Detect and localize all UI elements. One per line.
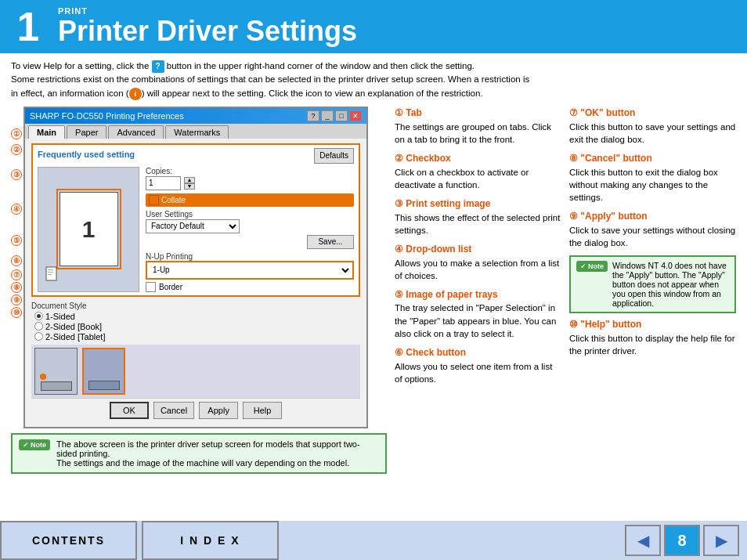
radio-1sided-btn[interactable] [34,312,43,320]
collate-checkbox-row: ✓ Collate [146,193,354,207]
maximize-btn[interactable]: □ [335,110,348,121]
tray-dot [40,374,46,380]
copies-down[interactable]: ▼ [184,183,195,190]
defaults-button[interactable]: Defaults [314,148,354,164]
user-settings-select[interactable]: Factory Default [146,219,240,233]
tab-watermarks[interactable]: Watermarks [165,125,229,139]
note-box-right: ✓Note Windows NT 4.0 does not have the "… [569,255,736,313]
footer-contents-btn[interactable]: CONTENTS [0,521,137,560]
tray-slot-2 [88,381,120,390]
main-content: To view Help for a setting, click the ? … [0,53,747,479]
copies-input[interactable] [146,176,181,190]
tab-main[interactable]: Main [28,125,65,139]
border-label: Border [159,283,182,291]
svg-rect-0 [46,267,56,280]
item-dropdown-desc: Allows you to make a selection from a li… [395,257,561,282]
preview-paper: 1 [60,192,118,266]
side-num-8: ⑧ [11,282,22,293]
note-text-main: The above screen is the printer driver s… [56,439,379,468]
collate-checkbox[interactable]: ✓ [149,195,159,205]
chapter-number: 1 [9,6,47,47]
dialog-title: SHARP FO-DC550 Printing Preferences [30,111,184,121]
titlebar-buttons: ? _ □ ✕ [307,110,362,121]
tray-slot [41,381,72,391]
item-check-button: ⑥ Check button Allows you to select one … [395,346,561,385]
save-button[interactable]: Save... [307,235,354,249]
side-num-9: ⑨ [11,294,22,305]
doc-style-section: Document Style 1-Sided 2-Sided [Book] [31,302,360,341]
minimize-btn[interactable]: _ [321,110,334,121]
side-num-3: ③ [11,169,22,180]
item-tab-label: ① Tab [395,107,422,118]
dialog-wrapper: ① ② ③ ④ ⑤ ⑥ ⑦ ⑧ ⑨ ⑩ SHARP FO-DC550 Print… [11,107,387,428]
radio-2sided-book-label: 2-Sided [Book] [45,322,102,331]
footer: CONTENTS I N D E X ◀ 8 ▶ [0,521,747,560]
nup-label: N-Up Printing [146,252,354,261]
close-btn[interactable]: ✕ [349,110,362,121]
nup-select[interactable]: 1-Up 2-Up 4-Up [148,263,352,277]
svg-rect-3 [48,274,52,275]
dialog-tabs: Main Paper Advanced Watermarks [25,124,366,139]
item-apply-label: ⑨ "Apply" button [569,211,648,222]
item-print-setting-desc: This shows the effect of the selected pr… [395,211,561,237]
right-right-col: ⑦ "OK" button Click this button to save … [569,107,736,474]
printer-tray-1[interactable] [34,348,78,395]
preview-orange-border [56,189,121,269]
side-num-1: ① [11,128,22,139]
radio-group: 1-Sided 2-Sided [Book] 2-Sided [Tablet] [31,312,360,341]
help-icon: ? [152,60,164,73]
page-number: 8 [664,525,700,556]
note-badge-right: ✓Note [576,261,608,272]
item-checkbox: ② Checkbox Click on a checkbox to activa… [395,152,561,191]
page-title: Printer Driver Settings [58,16,357,47]
two-col-layout: ① ② ③ ④ ⑤ ⑥ ⑦ ⑧ ⑨ ⑩ SHARP FO-DC550 Print… [11,107,736,474]
dialog-buttons: OK Cancel Apply Help [31,398,360,422]
item-paper-trays-desc: The tray selected in "Paper Selection" i… [395,302,561,339]
collate-label: Collate [161,196,186,204]
footer-index-btn[interactable]: I N D E X [142,521,279,560]
help-titlebar-btn[interactable]: ? [307,110,319,121]
info-icon: i [129,88,142,100]
item-tab-desc: The settings are grouped on tabs. Click … [395,121,561,146]
radio-1sided: 1-Sided [34,312,360,321]
radio-2sided-book-btn[interactable] [34,322,43,331]
item-help-desc: Click this button to display the help fi… [569,332,736,357]
apply-button[interactable]: Apply [199,402,238,419]
note-box-main: ✓Note The above screen is the printer dr… [11,433,387,474]
item-apply: ⑨ "Apply" button Click to save your sett… [569,210,736,249]
border-row: Border [146,282,354,292]
next-page-btn[interactable]: ▶ [703,525,739,556]
note-check-icon-right: ✓ [580,262,586,270]
freq-section: Frequently used setting Defaults 1 [31,143,360,297]
print-preview-area: 1 [38,167,139,292]
doc-style-label: Document Style [31,302,360,310]
radio-1sided-label: 1-Sided [45,312,75,321]
tab-advanced[interactable]: Advanced [108,125,164,139]
item-cancel: ⑧ "Cancel" button Click this button to e… [569,152,736,204]
item-apply-desc: Click to save your settings without clos… [569,224,736,249]
item-ok-desc: Click this button to save your settings … [569,121,736,146]
dialog-titlebar: SHARP FO-DC550 Printing Preferences ? _ … [25,108,366,124]
prev-page-btn[interactable]: ◀ [625,525,661,556]
ok-button[interactable]: OK [110,402,149,419]
dialog-box: SHARP FO-DC550 Printing Preferences ? _ … [23,107,368,428]
item-cancel-desc: Click this button to exit the dialog box… [569,166,736,204]
side-num-labels: ① ② ③ ④ ⑤ ⑥ ⑦ ⑧ ⑨ ⑩ [11,107,22,428]
printer-tray-2[interactable] [82,348,125,395]
help-button[interactable]: Help [243,402,282,419]
side-num-7: ⑦ [11,269,22,280]
intro-text: To view Help for a setting, click the ? … [11,60,736,100]
item-check-button-label: ⑥ Check button [395,347,466,358]
right-left-col: ① Tab The settings are grouped on tabs. … [395,107,561,474]
border-checkbox[interactable] [146,282,156,292]
cancel-button[interactable]: Cancel [153,402,194,419]
tab-paper[interactable]: Paper [67,125,106,139]
item-dropdown-label: ④ Drop-down list [395,244,471,255]
item-paper-trays: ⑤ Image of paper trays The tray selected… [395,288,561,340]
radio-2sided-tablet-btn[interactable] [34,332,43,341]
header-text: PRINT Printer Driver Settings [58,6,357,47]
copies-up[interactable]: ▲ [184,177,195,183]
note-text-right: Windows NT 4.0 does not have the "Apply"… [612,261,729,308]
settings-right: Copies: ▲ ▼ [146,167,354,292]
note-check-icon: ✓ [23,441,29,449]
